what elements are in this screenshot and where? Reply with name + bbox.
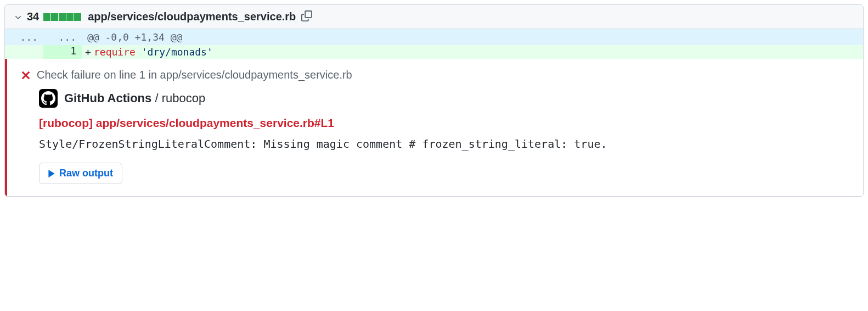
- check-source: GitHub Actions / rubocop: [39, 89, 850, 108]
- diff-stat-bar: [43, 13, 81, 21]
- github-logo-icon: [39, 89, 58, 108]
- raw-output-label: Raw output: [59, 168, 113, 179]
- hunk-header-text: @@ -0,0 +1,34 @@: [82, 29, 863, 45]
- diff-segment-add: [74, 13, 81, 21]
- expand-right[interactable]: ...: [43, 29, 82, 45]
- raw-output-button[interactable]: Raw output: [39, 163, 122, 184]
- file-path[interactable]: app/services/cloudpayments_service.rb: [88, 10, 296, 23]
- annotation-body: GitHub Actions / rubocop [rubocop] app/s…: [20, 89, 850, 184]
- check-source-text: GitHub Actions / rubocop: [64, 91, 205, 105]
- diff-segment-add: [51, 13, 58, 21]
- rule-message: Style/FrozenStringLiteralComment: Missin…: [39, 137, 850, 151]
- check-annotation: Check failure on line 1 in app/services/…: [5, 59, 863, 196]
- hunk-header-row: ... ... @@ -0,0 +1,34 @@: [5, 29, 863, 45]
- addition-marker: +: [85, 46, 91, 58]
- file-header: 34 app/services/cloudpayments_service.rb: [5, 5, 863, 29]
- annotation-row: Check failure on line 1 in app/services/…: [5, 59, 863, 196]
- copy-path-icon[interactable]: [301, 10, 312, 23]
- annotation-header: Check failure on line 1 in app/services/…: [20, 69, 850, 81]
- failure-x-icon: [20, 70, 31, 81]
- code-text: require 'dry/monads': [94, 46, 213, 58]
- diff-table: ... ... @@ -0,0 +1,34 @@ 1 +require 'dry…: [5, 29, 863, 196]
- source-app: GitHub Actions: [64, 91, 151, 105]
- rule-link[interactable]: [rubocop] app/services/cloudpayments_ser…: [39, 116, 850, 130]
- code-content[interactable]: +require 'dry/monads': [82, 45, 863, 59]
- diff-file-container: 34 app/services/cloudpayments_service.rb…: [4, 4, 864, 197]
- source-check: / rubocop: [151, 91, 205, 105]
- diff-line-addition: 1 +require 'dry/monads': [5, 45, 863, 59]
- expand-left[interactable]: ...: [5, 29, 43, 45]
- diff-segment-add: [43, 13, 50, 21]
- collapse-toggle-icon[interactable]: [14, 13, 22, 21]
- annotation-title: Check failure on line 1 in app/services/…: [37, 69, 352, 81]
- change-count: 34: [27, 10, 39, 23]
- diff-segment-add: [59, 13, 66, 21]
- new-line-number[interactable]: 1: [43, 45, 82, 59]
- diff-segment-add: [66, 13, 74, 21]
- old-line-number[interactable]: [5, 45, 43, 59]
- play-icon: [48, 170, 55, 177]
